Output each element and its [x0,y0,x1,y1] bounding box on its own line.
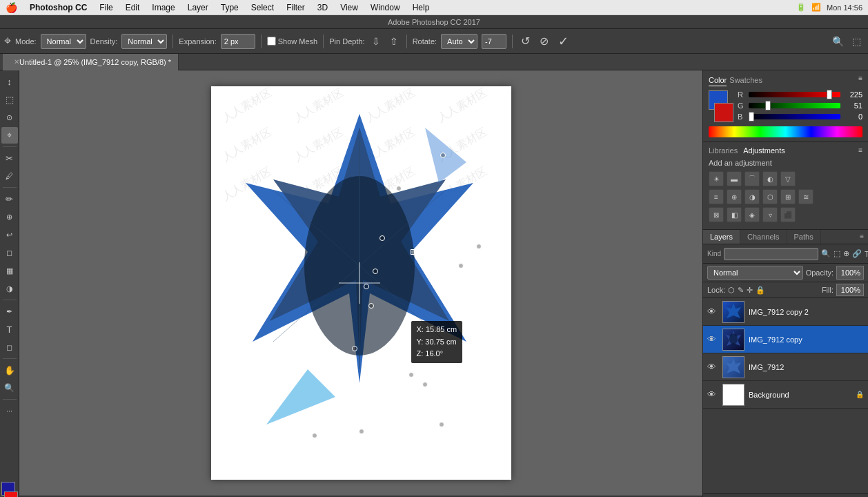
pen-tool[interactable]: ✒ [1,303,18,320]
background-color[interactable] [4,491,18,497]
r-slider[interactable] [749,92,840,97]
layers-panel-menu[interactable]: ≡ [856,230,868,244]
visibility-icon[interactable]: 👁 [707,362,718,372]
warp-reset-btn[interactable]: ↺ [518,33,533,49]
menu-3d[interactable]: 3D [312,0,333,15]
mode-select[interactable]: Normal [41,34,86,49]
adj-curves[interactable]: ⌒ [744,171,760,186]
adj-threshold[interactable]: ◈ [744,207,760,222]
lock-all[interactable]: 🔒 [756,286,765,295]
menu-filter[interactable]: Filter [281,0,310,15]
g-slider[interactable] [749,103,840,108]
pin-depth-up[interactable]: ⇧ [387,35,401,48]
warp-cancel-btn[interactable]: ⊘ [537,33,551,49]
crop-tool[interactable]: ✂ [1,150,18,166]
layer-item[interactable]: 👁 IMG_7912 copy [703,326,868,353]
text-tool[interactable]: T [1,321,18,338]
lock-position[interactable]: ✛ [747,286,753,295]
ctrl-pt-14[interactable] [312,433,317,438]
arrange-btn[interactable]: ⬚ [849,35,864,48]
menu-help[interactable]: Help [407,0,435,15]
color-tab[interactable]: Color [709,75,727,86]
visibility-icon[interactable]: 👁 [707,306,718,317]
lasso-tool[interactable]: ⊙ [1,109,18,126]
search-icon[interactable]: 🔍 [821,249,831,258]
layer-item[interactable]: 👁 IMG_7912 [703,353,868,381]
ctrl-sq-1[interactable] [411,249,416,255]
gradient-tool[interactable]: ▦ [1,262,18,279]
density-select[interactable]: Normal [121,34,167,49]
opacity-input[interactable] [836,266,864,280]
ctrl-pt-2[interactable] [396,186,402,191]
apple-menu[interactable]: 🍎 [6,2,17,13]
adj-selective[interactable]: ⬛ [780,207,796,222]
lock-pixel-icon[interactable]: ⬚ [834,249,840,258]
adj-hsl[interactable]: ≡ [709,189,724,204]
paths-tab[interactable]: Paths [787,230,821,244]
menu-edit[interactable]: Edit [120,0,146,15]
ctrl-pt-7[interactable] [364,284,369,289]
layer-mode-select[interactable]: Normal [707,266,803,280]
search-btn[interactable]: 🔍 [829,35,847,48]
ctrl-pt-6[interactable] [373,269,378,274]
color-panel-menu[interactable]: ≡ [858,75,862,86]
swatches-tab[interactable]: Swatches [729,75,762,86]
more-tools[interactable]: ··· [1,402,18,419]
zoom-tool[interactable]: 🔍 [1,380,18,396]
select-tool[interactable]: ⬚ [1,91,18,108]
close-icon[interactable]: ✕ [14,58,19,66]
visibility-icon[interactable]: 👁 [707,334,718,344]
background-swatch[interactable] [714,103,733,122]
ctrl-pt-4[interactable] [476,244,482,249]
adj-invert[interactable]: ⊠ [709,207,724,222]
menu-photoshop[interactable]: Photoshop CC [24,0,92,15]
document-tab[interactable]: ✕ Untitled-1 @ 25% (IMG_7912 copy, RGB/8… [3,54,179,70]
menu-select[interactable]: Select [246,0,279,15]
dodge-tool[interactable]: ◑ [1,280,18,297]
warp-tool[interactable]: ⌖ [1,127,18,144]
rotate-select[interactable]: Auto [441,34,477,49]
eyedropper-tool[interactable]: 🖊 [1,168,18,184]
layer-link-icon[interactable]: 🔗 [852,249,862,258]
move-tool[interactable]: ↕ [1,73,18,90]
adj-colorbalance[interactable]: ⊕ [727,189,742,204]
document-canvas[interactable]: 人人素材区人人素材区 人人素材区人人素材区 人人素材区人人素材区 人人素材区人人… [211,86,511,480]
adj-bw[interactable]: ◑ [744,189,760,204]
history-tool[interactable]: ↩ [1,226,18,243]
menu-file[interactable]: File [94,0,118,15]
adj-levels[interactable]: ▬ [727,171,742,186]
adj-posterize[interactable]: ◧ [727,207,742,222]
menu-view[interactable]: View [335,0,364,15]
adj-colorkup[interactable]: ≋ [798,189,813,204]
menu-layer[interactable]: Layer [182,0,214,15]
menu-type[interactable]: Type [215,0,244,15]
menu-image[interactable]: Image [146,0,180,15]
ctrl-sq-3[interactable] [392,387,397,393]
layers-search-input[interactable] [724,248,818,260]
show-mesh-checkbox[interactable] [267,37,276,46]
adj-vibrance[interactable]: ▽ [780,171,796,186]
adj-brightness[interactable]: ☀ [709,171,724,186]
layer-item[interactable]: 👁 IMG_7912 copy 2 [703,298,868,326]
ctrl-pt-9[interactable] [352,346,357,351]
ctrl-pt-5[interactable] [458,263,464,269]
warp-confirm-btn[interactable]: ✓ [555,32,571,50]
eraser-tool[interactable]: ◻ [1,244,18,261]
ctrl-pt-1[interactable] [440,153,446,158]
ctrl-pt-3[interactable] [379,235,385,241]
adj-exposure[interactable]: ◐ [762,171,778,186]
ctrl-pt-13[interactable] [359,429,364,434]
ctrl-pt-12[interactable] [439,422,444,427]
libraries-tab[interactable]: Libraries [709,146,738,155]
menu-window[interactable]: Window [365,0,406,15]
lock-pixels[interactable]: ✎ [738,286,744,295]
visibility-icon[interactable]: 👁 [707,389,718,400]
adjustments-tab[interactable]: Adjustments [743,146,785,155]
stamp-tool[interactable]: ⊕ [1,208,18,225]
adj-photofilter[interactable]: ⬡ [762,189,778,204]
adj-channelmixer[interactable]: ⊞ [780,189,796,204]
type-icon[interactable]: T [865,250,868,258]
adj-gradient[interactable]: ▿ [762,207,778,222]
layers-tab[interactable]: Layers [703,230,740,244]
rotate-input[interactable] [482,34,506,49]
